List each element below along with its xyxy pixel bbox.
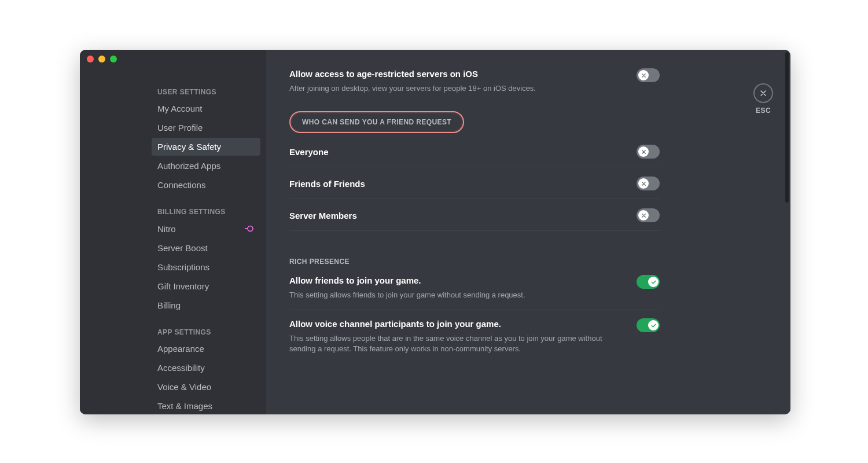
setting-title: Allow friends to join your game. xyxy=(289,275,623,286)
sidebar-item-authorized-apps[interactable]: Authorized Apps xyxy=(152,157,260,175)
toggle-voice-join-game[interactable] xyxy=(637,318,660,332)
setting-title: Everyone xyxy=(289,147,329,157)
setting-title: Allow access to age-restricted servers o… xyxy=(289,68,623,80)
scrollbar[interactable] xyxy=(785,50,789,414)
x-icon xyxy=(638,146,649,157)
window-close-button[interactable] xyxy=(87,56,94,63)
window-minimize-button[interactable] xyxy=(98,56,105,63)
sidebar-item-label: Gift Inventory xyxy=(157,281,209,291)
sidebar-section-app-settings: APP SETTINGS xyxy=(152,325,260,340)
sidebar-item-label: Billing xyxy=(157,300,181,310)
toggle-friend-of-friends[interactable] xyxy=(637,177,660,190)
sidebar-item-nitro[interactable]: Nitro xyxy=(152,219,260,238)
toggle-age-restricted[interactable] xyxy=(637,68,660,82)
settings-sidebar: USER SETTINGS My Account User Profile Pr… xyxy=(80,50,266,414)
setting-title: Allow voice channel participants to join… xyxy=(289,318,623,330)
setting-title: Server Members xyxy=(289,211,357,221)
sidebar-item-privacy-safety[interactable]: Privacy & Safety xyxy=(152,138,260,156)
sidebar-item-accessibility[interactable]: Accessibility xyxy=(152,359,260,377)
close-settings: ESC xyxy=(753,83,773,115)
settings-window: USER SETTINGS My Account User Profile Pr… xyxy=(80,50,790,414)
settings-content: Allow access to age-restricted servers o… xyxy=(266,50,790,414)
highlight-annotation: WHO CAN SEND YOU A FRIEND REQUEST xyxy=(289,111,464,133)
sidebar-item-label: Voice & Video xyxy=(157,382,211,392)
x-icon xyxy=(638,210,649,221)
x-icon xyxy=(638,70,649,80)
sidebar-item-label: User Profile xyxy=(157,123,203,133)
group-header-rich-presence: RICH PRESENCE xyxy=(289,258,660,266)
setting-friend-of-friends: Friends of Friends xyxy=(289,167,660,199)
sidebar-item-label: Nitro xyxy=(157,224,176,234)
sidebar-item-my-account[interactable]: My Account xyxy=(152,100,260,117)
window-traffic-lights xyxy=(87,56,117,63)
nitro-icon xyxy=(244,223,255,234)
sidebar-item-appearance[interactable]: Appearance xyxy=(152,340,260,358)
sidebar-item-text-images[interactable]: Text & Images xyxy=(152,397,260,414)
setting-friend-everyone: Everyone xyxy=(289,135,660,167)
setting-friends-join-game: Allow friends to join your game. This se… xyxy=(289,267,660,300)
scrollbar-thumb[interactable] xyxy=(785,52,789,203)
toggle-friend-server-members[interactable] xyxy=(637,208,660,222)
sidebar-item-label: Accessibility xyxy=(157,363,205,373)
sidebar-item-subscriptions[interactable]: Subscriptions xyxy=(152,258,260,276)
x-icon xyxy=(638,178,649,189)
sidebar-item-label: My Account xyxy=(157,104,203,113)
setting-friend-server-members: Server Members xyxy=(289,199,660,231)
close-icon xyxy=(759,89,768,98)
setting-description: This setting allows people that are in t… xyxy=(289,333,623,354)
check-icon xyxy=(648,277,659,287)
toggle-friends-join-game[interactable] xyxy=(637,275,660,289)
esc-label: ESC xyxy=(756,106,771,115)
sidebar-item-label: Authorized Apps xyxy=(157,161,220,171)
sidebar-item-connections[interactable]: Connections xyxy=(152,176,260,194)
sidebar-item-label: Connections xyxy=(157,180,205,190)
svg-point-0 xyxy=(248,226,253,232)
sidebar-item-label: Privacy & Safety xyxy=(157,142,221,152)
toggle-friend-everyone[interactable] xyxy=(637,145,660,159)
window-zoom-button[interactable] xyxy=(110,56,117,63)
sidebar-item-label: Server Boost xyxy=(157,243,208,253)
sidebar-item-gift-inventory[interactable]: Gift Inventory xyxy=(152,277,260,295)
setting-age-restricted: Allow access to age-restricted servers o… xyxy=(289,60,660,94)
sidebar-item-server-boost[interactable]: Server Boost xyxy=(152,239,260,257)
group-header-friend-request: WHO CAN SEND YOU A FRIEND REQUEST xyxy=(302,118,451,126)
check-icon xyxy=(648,320,659,330)
sidebar-item-billing[interactable]: Billing xyxy=(152,296,260,314)
sidebar-item-voice-video[interactable]: Voice & Video xyxy=(152,378,260,396)
setting-voice-join-game: Allow voice channel participants to join… xyxy=(289,310,660,354)
close-settings-button[interactable] xyxy=(753,83,773,103)
setting-title: Friends of Friends xyxy=(289,179,365,189)
setting-description: After joining on desktop, view your serv… xyxy=(289,83,623,94)
sidebar-item-label: Appearance xyxy=(157,344,204,354)
sidebar-section-billing-settings: BILLING SETTINGS xyxy=(152,204,260,219)
sidebar-section-user-settings: USER SETTINGS xyxy=(152,84,260,100)
sidebar-item-label: Subscriptions xyxy=(157,262,209,272)
sidebar-item-label: Text & Images xyxy=(157,401,212,411)
setting-description: This setting allows friends to join your… xyxy=(289,290,623,300)
sidebar-item-user-profile[interactable]: User Profile xyxy=(152,119,260,137)
